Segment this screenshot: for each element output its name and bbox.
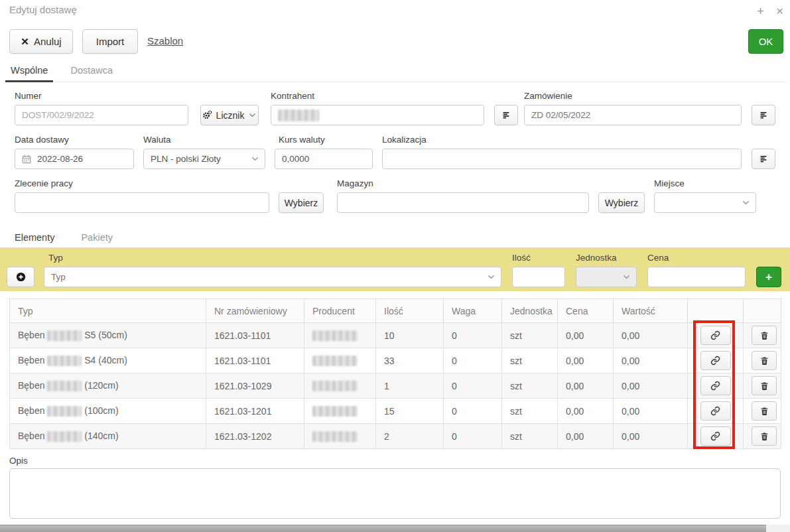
zlecenie-pracy-label: Zlecenie pracy (15, 178, 73, 188)
chevron-down-icon (622, 273, 631, 281)
weight: 0 (444, 373, 502, 399)
link-icon (710, 406, 720, 416)
add-jednostka-select[interactable] (576, 267, 637, 287)
quantity: 1 (376, 373, 444, 399)
table-row: Bęben S5 (50cm) 1621.03-1101 10 0 szt 0,… (10, 323, 781, 348)
scrollbar-thumb[interactable] (0, 525, 766, 532)
redacted-kontrahent-value (278, 109, 319, 121)
quantity: 15 (376, 399, 444, 424)
delete-button[interactable] (752, 376, 777, 395)
zamowienie-list-button[interactable] (752, 105, 775, 125)
miejsce-select[interactable] (654, 192, 756, 213)
ok-button[interactable]: OK (748, 29, 783, 54)
delete-button[interactable] (752, 326, 777, 345)
redacted-producent (312, 381, 358, 391)
table-row: Bęben (100cm) 1621.03-1201 15 0 szt 0,00… (10, 399, 781, 424)
horizontal-scrollbar[interactable] (0, 525, 790, 532)
link-icon (710, 356, 720, 366)
gears-icon (202, 110, 212, 120)
item-name-prefix: Bęben (18, 330, 44, 340)
col-typ: Typ (10, 299, 206, 323)
add-cena-input[interactable] (647, 267, 746, 287)
tab-dostawca[interactable]: Dostawca (64, 62, 119, 82)
data-dostawy-input[interactable]: 2022-08-26 (15, 149, 134, 169)
quantity: 2 (376, 424, 444, 449)
chevron-down-icon (742, 198, 750, 207)
list-icon (759, 155, 768, 164)
col-wartosc: Wartość (614, 299, 688, 323)
link-button[interactable] (700, 351, 731, 370)
link-icon (710, 431, 720, 441)
order-number: 1621.03-1202 (206, 424, 304, 449)
link-button[interactable] (700, 401, 731, 421)
licznik-button[interactable]: Licznik (200, 105, 259, 125)
add-item-bar: Typ Ilość Jednostka Cena + (0, 247, 790, 291)
col-producent: Producent (304, 299, 376, 323)
waluta-select[interactable]: PLN - polski Złoty (143, 149, 265, 169)
tab-pakiety[interactable]: Pakiety (74, 230, 119, 249)
opis-textarea[interactable] (9, 468, 781, 519)
lokalizacja-input[interactable] (382, 149, 742, 169)
add-jednostka-label: Jednostka (576, 253, 617, 263)
value: 0,00 (614, 373, 688, 399)
order-number: 1621.03-1029 (206, 373, 304, 399)
item-name-suffix: S4 (40cm) (84, 355, 127, 366)
weight: 0 (444, 399, 502, 424)
trash-icon (760, 356, 769, 366)
unit: szt (502, 399, 558, 424)
magazyn-label: Magazyn (337, 178, 373, 188)
add-cena-label: Cena (647, 253, 669, 263)
link-button[interactable] (700, 427, 731, 446)
zlecenie-wybierz-button[interactable]: Wybierz (279, 192, 324, 213)
numer-input[interactable] (15, 105, 188, 125)
col-waga: Waga (444, 299, 502, 323)
trash-icon (760, 432, 769, 441)
magazyn-wybierz-button[interactable]: Wybierz (598, 192, 645, 213)
item-name-prefix: Bęben (18, 405, 44, 416)
quantity: 10 (376, 323, 444, 348)
link-button[interactable] (700, 376, 731, 395)
add-typ-input[interactable] (51, 272, 487, 282)
item-name-suffix: (140cm) (84, 431, 118, 441)
waluta-label: Waluta (143, 135, 171, 145)
licznik-label: Licznik (216, 110, 245, 121)
unit: szt (502, 323, 558, 348)
add-ilosc-input[interactable] (512, 267, 565, 287)
delete-button[interactable] (752, 401, 777, 421)
lokalizacja-list-button[interactable] (752, 149, 775, 169)
zamowienie-input[interactable] (524, 105, 742, 125)
expand-icon[interactable]: + (757, 5, 764, 17)
kurs-waluty-input[interactable] (275, 149, 373, 169)
delete-button[interactable] (752, 351, 777, 370)
tab-wspolne[interactable]: Wspólne (4, 62, 54, 82)
price: 0,00 (558, 424, 614, 449)
table-row: Bęben S4 (40cm) 1621.03-1101 33 0 szt 0,… (10, 348, 781, 373)
zlecenie-pracy-input[interactable] (15, 192, 269, 213)
redacted-name-part (47, 406, 82, 417)
kontrahent-list-button[interactable] (494, 105, 518, 125)
template-link[interactable]: Szablon (147, 35, 183, 46)
unit: szt (502, 424, 558, 449)
cancel-button[interactable]: ✕ Anuluj (9, 29, 73, 54)
link-icon (710, 330, 720, 340)
import-button[interactable]: Import (82, 29, 138, 54)
close-icon[interactable]: × (776, 5, 783, 17)
lokalizacja-label: Lokalizacja (382, 135, 427, 145)
kontrahent-input[interactable] (271, 105, 484, 125)
link-button[interactable] (700, 326, 731, 345)
redacted-name-part (47, 330, 82, 341)
add-typ-combobox[interactable] (44, 267, 501, 287)
add-item-button[interactable]: + (756, 267, 781, 287)
numer-label: Numer (15, 91, 42, 101)
add-typ-label: Typ (48, 253, 63, 263)
edit-delivery-dialog: Edytuj dostawę + × ✕ Anuluj Import Szabl… (0, 0, 790, 532)
tab-elementy[interactable]: Elementy (9, 230, 60, 249)
delete-button[interactable] (752, 427, 777, 446)
main-tabbar: Wspólne Dostawca (4, 62, 786, 82)
price: 0,00 (558, 348, 614, 373)
item-name-prefix: Bęben (18, 380, 44, 391)
expand-add-button[interactable] (7, 267, 34, 287)
table-row: Bęben (140cm) 1621.03-1202 2 0 szt 0,00 … (10, 424, 781, 449)
magazyn-input[interactable] (337, 192, 589, 213)
trash-icon (760, 331, 769, 340)
